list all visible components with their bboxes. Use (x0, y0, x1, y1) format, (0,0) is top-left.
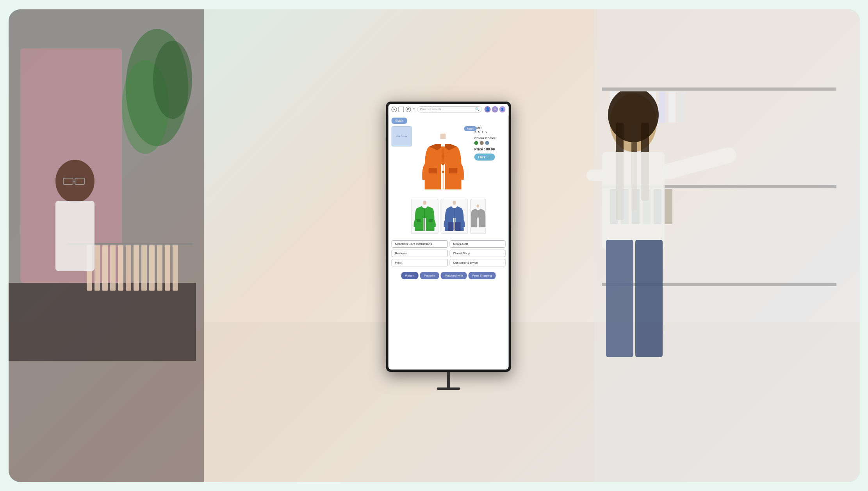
price-label: Price : 89.99 (474, 147, 506, 151)
monitor-screen: ⠿ ⚙ ≡ Product search 🔍 👤 ▾ 👤 (389, 104, 509, 370)
monitor-stand (447, 372, 450, 387)
size-m[interactable]: M (478, 130, 481, 134)
colour-blue[interactable] (485, 141, 489, 145)
svg-point-25 (153, 41, 192, 119)
product-row: Gift Cards Next (389, 126, 509, 196)
colour-green[interactable] (474, 141, 478, 145)
menu-icon3[interactable]: ⚙ (406, 107, 411, 112)
svg-rect-70 (477, 204, 479, 207)
action-bar: Return Favorite Matched with Free Shippi… (389, 270, 509, 282)
employee-svg (24, 150, 180, 384)
sizes-row: S M L XL (474, 130, 506, 134)
green-coat-svg (413, 200, 437, 232)
size-label: Size: (474, 126, 506, 130)
customer-service-button[interactable]: Customer Service (449, 259, 506, 266)
favorite-button[interactable]: Favorite (420, 272, 439, 279)
svg-rect-62 (423, 201, 426, 205)
svg-rect-47 (606, 240, 633, 357)
search-icon: 🔍 (475, 107, 479, 111)
blue-suit-svg (443, 200, 466, 232)
product-info-right: Size: S M L XL Colour Choice: (474, 126, 506, 161)
hamburger-icon[interactable]: ≡ (413, 107, 415, 111)
svg-rect-61 (449, 168, 458, 173)
info-buttons-grid: Materials Care instructions News Alert R… (389, 237, 509, 270)
variant-blue-suit[interactable] (441, 199, 468, 234)
menu-icon1[interactable]: ⠿ (392, 107, 397, 112)
svg-rect-53 (55, 201, 94, 271)
news-button[interactable]: News Alert (449, 240, 506, 248)
outer-frame: ⠿ ⚙ ≡ Product search 🔍 👤 ▾ 👤 (9, 9, 860, 482)
colour-dots (474, 141, 506, 145)
monitor-frame: ⠿ ⚙ ≡ Product search 🔍 👤 ▾ 👤 (386, 102, 511, 372)
svg-rect-48 (635, 240, 663, 357)
main-product-area: Next (414, 126, 473, 193)
top-right-icons: 👤 ▾ 👤 (485, 106, 506, 112)
user-avatar-top[interactable]: 👤 (485, 106, 491, 112)
variants-row (389, 196, 509, 237)
nav-area: Back (389, 115, 509, 126)
svg-rect-69 (455, 222, 461, 231)
buy-button[interactable]: BUY 🛒 (474, 154, 495, 161)
variant-third[interactable] (471, 199, 486, 234)
free-shipping-button[interactable]: Free Shipping (469, 272, 496, 279)
reviews-button[interactable]: Reviews (392, 250, 448, 257)
matched-with-button[interactable]: Matched with (441, 272, 467, 279)
back-button[interactable]: Back (392, 118, 407, 124)
cart-icon: 🛒 (487, 155, 491, 159)
orange-coat-image (422, 133, 465, 193)
colour-grey[interactable] (480, 141, 484, 145)
svg-point-57 (442, 155, 444, 157)
search-bar[interactable]: Product search 🔍 (417, 106, 482, 112)
closest-shop-button[interactable]: Closet Shop (449, 250, 506, 257)
svg-rect-46 (586, 170, 606, 181)
svg-rect-45 (658, 145, 738, 180)
help-button[interactable]: Help (392, 259, 448, 266)
gift-card-label: Gift Cards (396, 134, 408, 138)
variant-green-coat[interactable] (411, 199, 438, 234)
svg-point-58 (442, 163, 444, 165)
size-l[interactable]: L (482, 130, 484, 134)
search-placeholder: Product search (420, 107, 475, 111)
svg-rect-60 (429, 168, 437, 173)
materials-button[interactable]: Materials Care instructions (392, 240, 448, 248)
product-left-column: Gift Cards (392, 126, 412, 146)
user-icon-secondary[interactable]: ▾ (492, 106, 498, 112)
svg-rect-6 (602, 87, 836, 91)
return-button[interactable]: Return (401, 272, 419, 279)
colour-label: Colour Choice: (474, 136, 506, 140)
size-xl[interactable]: XL (485, 130, 489, 134)
buy-label: BUY (478, 155, 486, 159)
top-bar-icons: ⠿ ⚙ ≡ (392, 107, 415, 112)
svg-rect-66 (453, 201, 456, 205)
next-button[interactable]: Next (464, 126, 476, 131)
svg-rect-68 (448, 222, 454, 231)
kiosk-wrapper: ⠿ ⚙ ≡ Product search 🔍 👤 ▾ 👤 (386, 102, 511, 390)
svg-rect-44 (602, 152, 665, 250)
user-icon-tertiary[interactable]: 👤 (499, 106, 506, 112)
menu-icon2[interactable] (399, 107, 404, 112)
top-bar: ⠿ ⚙ ≡ Product search 🔍 👤 ▾ 👤 (389, 104, 509, 115)
monitor-base (437, 387, 460, 390)
person-svg (555, 91, 790, 482)
gift-card-box[interactable]: Gift Cards (392, 126, 412, 146)
svg-point-59 (442, 171, 444, 173)
third-coat-svg (471, 200, 486, 232)
